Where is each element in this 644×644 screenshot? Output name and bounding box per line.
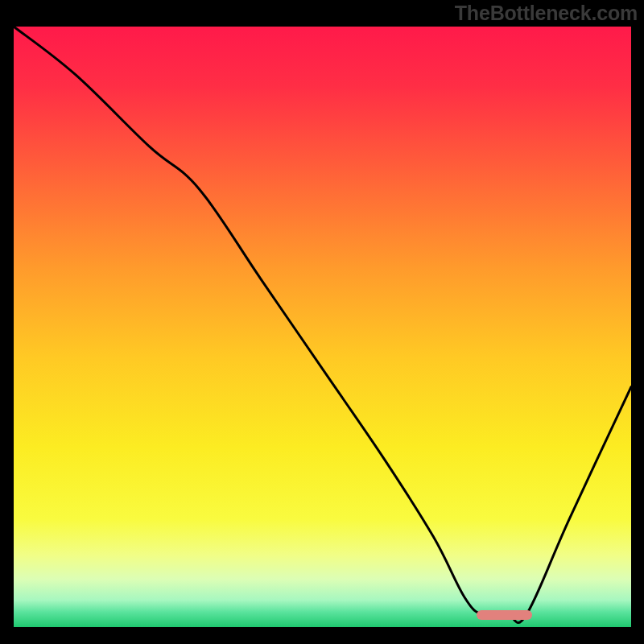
chart-container: TheBottleneck.com <box>0 0 644 644</box>
optimal-range-marker <box>477 610 532 620</box>
plot-area <box>11 24 634 630</box>
bottleneck-curve <box>14 27 631 627</box>
watermark-text: TheBottleneck.com <box>455 2 638 25</box>
